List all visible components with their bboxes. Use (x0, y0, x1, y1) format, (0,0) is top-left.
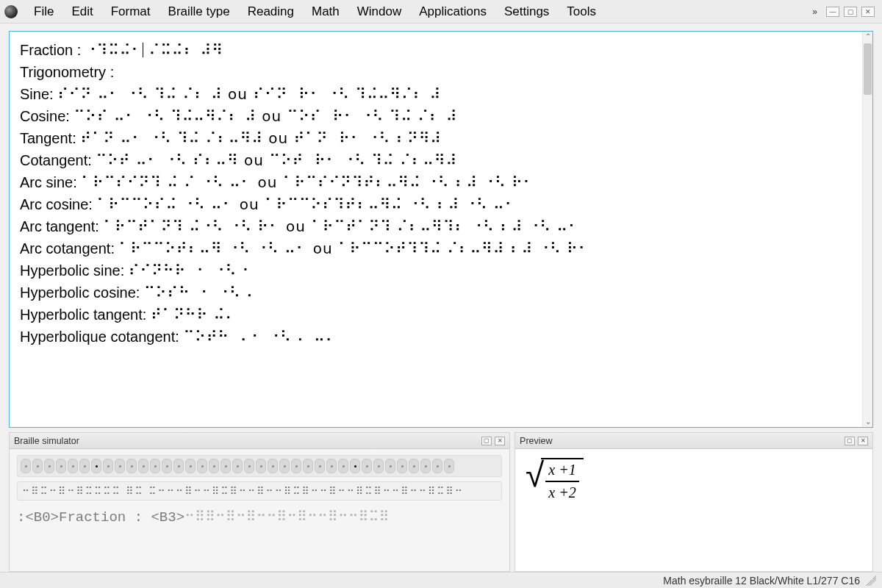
editor-line: Hyperbolique cotangent: ⠉⠕⠞⠓ ⠄⠂ ⠐⠣ ⠄ ⠤⠄ (20, 326, 849, 348)
braille-cell (338, 459, 348, 473)
braille-cell (409, 459, 419, 473)
menu-math[interactable]: Math (303, 1, 348, 22)
braille-cell (197, 459, 207, 473)
menu-tools[interactable]: Tools (558, 1, 605, 22)
menu-file[interactable]: File (25, 1, 62, 22)
braille-cell (32, 459, 43, 473)
fraction-line (545, 481, 578, 482)
braille-cell (279, 459, 290, 473)
overflow-icon[interactable]: » (812, 7, 822, 17)
panel-close-button[interactable]: ✕ (858, 437, 868, 445)
editor-line: Sine: ⠎⠊⠝ ⠤⠂ ⠐⠣ ⠹⠬ ⠌⠆ ⠼ ou ⠎⠊⠝ ⠗⠂ ⠐⠣ ⠹⠬⠤… (20, 83, 849, 105)
minimize-button[interactable]: — (826, 7, 839, 17)
editor-line: Fraction : ⠐⠹⠭⠬⠂ ⠌⠭⠬⠆ ⠼⠻ (20, 39, 849, 61)
braille-cell (350, 459, 360, 473)
braille-cell (173, 459, 184, 473)
braille-cell (115, 459, 125, 473)
braille-cell (385, 459, 395, 473)
scroll-thumb[interactable] (864, 43, 872, 95)
preview-panel: Preview ▢ ✕ √ x +1 x +2 (514, 432, 873, 572)
braille-cell (444, 459, 454, 473)
braille-cell (291, 459, 301, 473)
scroll-down-icon[interactable]: ⌄ (863, 417, 872, 427)
braille-simulator-panel: Braille simulator ▢ ✕ ⠒⠿⠭⠒⠿⠒⠿⠭⠭⠭⠭ ⠿⠭ ⠭⠒⠒… (9, 432, 510, 572)
editor-text[interactable]: Fraction : ⠐⠹⠭⠬⠂ ⠌⠭⠬⠆ ⠼⠻Trigonometry :Si… (10, 32, 862, 427)
editor-area[interactable]: Fraction : ⠐⠹⠭⠬⠂ ⠌⠭⠬⠆ ⠼⠻Trigonometry :Si… (9, 31, 873, 428)
braille-cell (185, 459, 196, 473)
braille-cell (138, 459, 148, 473)
status-bar: Math esybraille 12 Black/White L1/277 C1… (0, 572, 882, 588)
panel-header: Preview ▢ ✕ (515, 433, 872, 449)
braille-cell (420, 459, 431, 473)
braille-cell (315, 459, 325, 473)
editor-line: Hyperbolic sine: ⠎⠊⠝⠓⠗ ⠂ ⠐⠣ ⠂ (20, 259, 849, 282)
panel-restore-button[interactable]: ▢ (845, 437, 855, 445)
menubar: FileEditFormatBraille typeReadingMathWin… (0, 0, 882, 24)
app-icon (4, 5, 18, 18)
editor-line: Cotangent: ⠉⠕⠞ ⠤⠂ ⠐⠣ ⠎⠆⠤⠻ ou ⠉⠕⠞ ⠗⠂ ⠐⠣ ⠹… (20, 149, 849, 171)
braille-cell (68, 459, 78, 473)
braille-cell (232, 459, 243, 473)
braille-cell (256, 459, 266, 473)
menu-settings[interactable]: Settings (495, 1, 558, 22)
braille-cell (79, 459, 90, 473)
editor-line: Arc sine: ⠁⠗⠉⠎⠊⠝⠹ ⠬ ⠌ ⠐⠣ ⠤⠂ ou ⠁⠗⠉⠎⠊⠝⠹⠞⠆… (20, 171, 849, 193)
editor-line: Hyperbolic cosine: ⠉⠕⠎⠓ ⠂ ⠐⠣ ⠄ (20, 282, 849, 304)
braille-cell (432, 459, 442, 473)
maximize-button[interactable]: ▢ (844, 7, 857, 17)
braille-cell (103, 459, 113, 473)
preview-body: √ x +1 x +2 (515, 449, 872, 571)
editor-line: Arc cotangent: ⠁⠗⠉⠉⠕⠞⠆⠤⠻ ⠐⠣ ⠐⠣ ⠤⠂ ou ⠁⠗⠉… (20, 237, 849, 259)
braille-cell (44, 459, 54, 473)
braille-cell (21, 459, 31, 473)
menu-format[interactable]: Format (102, 1, 159, 22)
fraction-numerator: x +1 (545, 461, 578, 479)
status-text: Math esybraille 12 Black/White L1/277 C1… (663, 575, 860, 587)
braille-cell (220, 459, 231, 473)
braille-cell-row (17, 455, 502, 477)
panel-close-button[interactable]: ✕ (495, 437, 505, 445)
panel-title: Preview (520, 436, 552, 446)
math-preview: √ x +1 x +2 (521, 453, 588, 506)
panel-restore-button[interactable]: ▢ (481, 437, 492, 445)
braille-cell (162, 459, 172, 473)
menu-braille-type[interactable]: Braille type (159, 1, 239, 22)
editor-line: Hyperbolic tangent: ⠞⠁⠝⠓⠗ ⠬⠄ (20, 304, 849, 326)
braille-dot-row: ⠒⠿⠭⠒⠿⠒⠿⠭⠭⠭⠭ ⠿⠭ ⠭⠒⠒⠒⠿⠒⠒⠿⠭⠿⠒⠒⠿⠒⠒⠿⠭⠿⠒⠒⠿⠒⠒⠿⠭… (17, 481, 502, 501)
menu-window[interactable]: Window (348, 1, 410, 22)
braille-cell (373, 459, 384, 473)
braille-cell (326, 459, 337, 473)
menu-edit[interactable]: Edit (62, 1, 101, 22)
vertical-scrollbar[interactable]: ⌃ ⌄ (862, 32, 872, 427)
braille-cell (268, 459, 278, 473)
simulator-text: :<B0>Fraction : <B3>⠒⠿⠿⠒⠿⠒⠿⠒⠒⠿⠒⠿⠒⠒⠿⠒⠒⠿⠭⠿ (17, 508, 502, 526)
scroll-track[interactable] (863, 42, 872, 417)
braille-cell (150, 459, 160, 473)
close-button[interactable]: ✕ (861, 7, 875, 17)
scroll-up-icon[interactable]: ⌃ (863, 32, 872, 42)
braille-cell (362, 459, 372, 473)
braille-cell (303, 459, 313, 473)
braille-cell (244, 459, 254, 473)
braille-cell (126, 459, 137, 473)
resize-grip-icon[interactable] (866, 576, 876, 586)
editor-line: Trigonometry : (20, 61, 849, 83)
braille-cell (91, 459, 101, 473)
menu-reading[interactable]: Reading (239, 1, 303, 22)
editor-line: Arc cosine: ⠁⠗⠉⠉⠕⠎⠬ ⠐⠣ ⠤⠂ ou ⠁⠗⠉⠉⠕⠎⠹⠞⠆⠤⠻… (20, 193, 849, 215)
braille-cell (397, 459, 407, 473)
fraction-denominator: x +2 (545, 484, 578, 502)
panel-header: Braille simulator ▢ ✕ (10, 433, 509, 449)
menu-applications[interactable]: Applications (410, 1, 495, 22)
editor-line: Cosine: ⠉⠕⠎ ⠤⠂ ⠐⠣ ⠹⠬⠤⠻⠌⠆ ⠼ ou ⠉⠕⠎ ⠗⠂ ⠐⠣ … (20, 105, 849, 127)
panel-title: Braille simulator (14, 436, 79, 446)
editor-line: Arc tangent: ⠁⠗⠉⠞⠁⠝⠹ ⠬⠐⠣ ⠐⠣ ⠗⠂ ou ⠁⠗⠉⠞⠁⠝… (20, 215, 849, 237)
window-controls: » — ▢ ✕ (812, 7, 878, 17)
braille-cell (209, 459, 219, 473)
braille-cell (56, 459, 66, 473)
editor-line: Tangent: ⠞⠁⠝ ⠤⠂ ⠐⠣ ⠹⠬ ⠌⠆⠤⠻⠼ ou ⠞⠁⠝ ⠗⠂ ⠐⠣… (20, 127, 849, 149)
